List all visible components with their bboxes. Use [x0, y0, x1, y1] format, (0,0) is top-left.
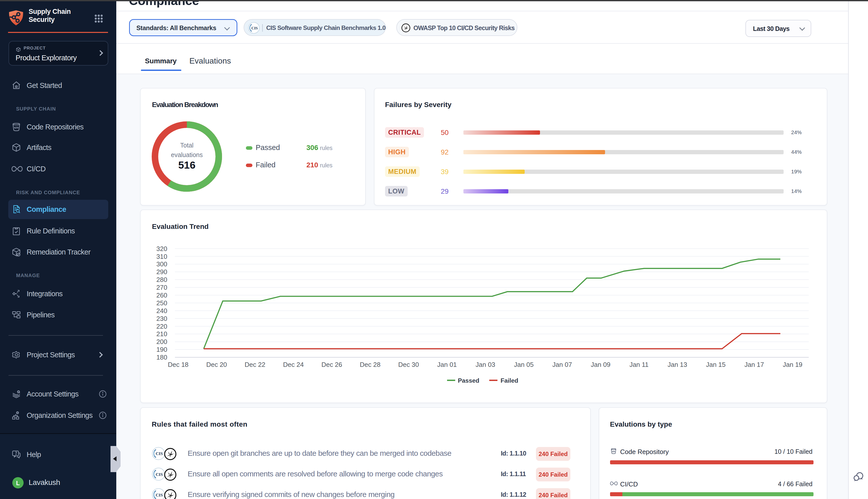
svg-text:Jan 13: Jan 13 — [668, 361, 687, 368]
svg-text:300: 300 — [157, 260, 167, 268]
svg-text:Passed: Passed — [458, 377, 479, 384]
svg-text:Jan 11: Jan 11 — [629, 361, 648, 368]
svg-text:240: 240 — [157, 307, 167, 315]
svg-text:Jan 01: Jan 01 — [437, 361, 457, 368]
svg-text:Jan 09: Jan 09 — [591, 361, 610, 368]
svg-text:Jan 07: Jan 07 — [552, 361, 572, 368]
svg-text:Dec 20: Dec 20 — [206, 361, 227, 368]
svg-text:Jan 15: Jan 15 — [706, 361, 726, 368]
svg-text:Dec 22: Dec 22 — [245, 361, 265, 368]
svg-text:Dec 28: Dec 28 — [360, 361, 381, 368]
svg-text:230: 230 — [157, 315, 167, 322]
svg-text:Jan 05: Jan 05 — [514, 361, 534, 368]
svg-text:Dec 26: Dec 26 — [322, 361, 342, 368]
svg-text:270: 270 — [157, 284, 167, 291]
svg-text:220: 220 — [157, 322, 167, 330]
svg-text:Jan 19: Jan 19 — [783, 361, 803, 368]
svg-text:Dec 24: Dec 24 — [283, 361, 303, 368]
svg-text:Dec 18: Dec 18 — [168, 361, 188, 368]
svg-text:Jan 03: Jan 03 — [476, 361, 495, 368]
svg-text:250: 250 — [157, 299, 167, 307]
svg-text:290: 290 — [157, 268, 167, 276]
svg-text:180: 180 — [157, 354, 167, 361]
svg-text:Dec 30: Dec 30 — [398, 361, 419, 368]
svg-text:Jan 17: Jan 17 — [744, 361, 764, 368]
svg-text:320: 320 — [157, 245, 167, 253]
svg-text:310: 310 — [157, 253, 167, 260]
svg-text:200: 200 — [157, 338, 167, 345]
svg-text:280: 280 — [157, 276, 167, 283]
svg-text:210: 210 — [157, 330, 167, 338]
svg-text:Failed: Failed — [500, 377, 518, 384]
svg-text:260: 260 — [157, 291, 167, 299]
svg-text:190: 190 — [157, 346, 167, 353]
